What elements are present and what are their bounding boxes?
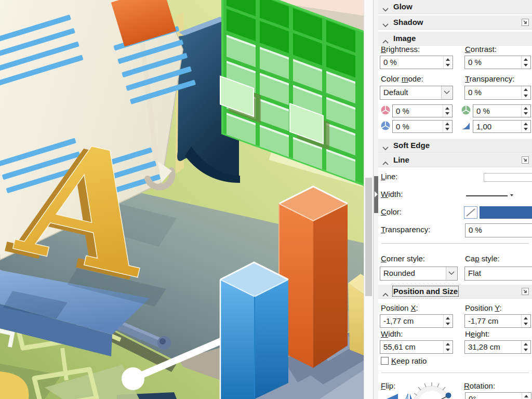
section-soft-edge[interactable]: Soft Edge (378, 139, 532, 153)
corner-style-label: Corner style: (381, 254, 425, 263)
drawing-canvas[interactable]: A A (0, 0, 364, 399)
spin-down-icon[interactable] (446, 64, 450, 66)
spin-down-icon[interactable] (446, 323, 450, 325)
rotation-dial[interactable] (410, 382, 468, 399)
spinner-buttons[interactable] (443, 341, 453, 353)
section-position-size[interactable]: Position and Size (378, 285, 532, 299)
line-width-label: Width: (381, 190, 403, 198)
spin-up-icon[interactable] (445, 123, 449, 125)
spin-down-icon[interactable] (524, 64, 528, 66)
brightness-input[interactable]: 0 % (380, 56, 453, 69)
cap-style-select[interactable]: Flat (464, 267, 532, 281)
width-input[interactable]: 55,61 cm (380, 340, 453, 354)
contrast-input[interactable]: 0 % (464, 56, 531, 69)
dropdown-button[interactable] (441, 86, 453, 99)
spinner-buttons[interactable] (521, 121, 530, 132)
image-transparency-input[interactable]: 0 % (464, 86, 531, 100)
more-options-icon[interactable] (522, 156, 529, 164)
section-title: Soft Edge (393, 141, 430, 150)
green-input[interactable]: 0 % (473, 104, 531, 117)
chevron-up-icon (382, 36, 389, 45)
spin-up-icon[interactable] (524, 88, 528, 91)
spinner-buttons[interactable] (443, 105, 452, 117)
width-label: Width: (381, 329, 403, 338)
section-title: Glow (393, 2, 413, 11)
section-line[interactable]: Line (378, 153, 532, 167)
spin-up-icon[interactable] (446, 317, 450, 320)
section-glow[interactable]: Glow (378, 0, 532, 14)
spin-down-icon[interactable] (524, 112, 528, 115)
spin-up-icon[interactable] (446, 343, 450, 345)
spinner-buttons[interactable] (443, 315, 453, 327)
spinner-buttons[interactable] (521, 341, 530, 353)
spin-up-icon[interactable] (524, 123, 528, 125)
rotation-input[interactable]: 0° (465, 392, 531, 399)
position-y-label: Position Y: (465, 303, 502, 312)
section-title: Position and Size (393, 287, 458, 296)
line-color-picker-icon[interactable] (464, 206, 477, 219)
section-image[interactable]: Image (378, 32, 532, 46)
spin-down-icon[interactable] (524, 349, 528, 351)
more-options-icon[interactable] (522, 288, 529, 295)
divider (381, 243, 529, 244)
spin-up-icon[interactable] (524, 343, 528, 345)
line-color-swatch[interactable] (480, 206, 532, 219)
brightness-label: Brightness: (381, 45, 420, 54)
position-x-input[interactable]: -1,77 cm (380, 314, 453, 328)
more-options-icon[interactable] (522, 19, 529, 26)
divider (381, 373, 529, 373)
gamma-icon (461, 121, 471, 130)
spinner-buttons[interactable] (521, 56, 530, 69)
spinner-buttons[interactable] (521, 86, 530, 99)
vertical-scrollbar[interactable] (364, 0, 374, 399)
collapse-arrow-icon (375, 191, 378, 197)
keep-ratio-checkbox[interactable] (381, 357, 389, 365)
line-transparency-input[interactable]: 0 % (465, 223, 532, 237)
position-x-label: Position X: (381, 303, 418, 312)
gamma-input[interactable]: 1,00 (473, 120, 531, 133)
spinner-buttons[interactable] (443, 56, 453, 69)
position-y-input[interactable]: -1,77 cm (464, 314, 531, 328)
spin-down-icon[interactable] (445, 112, 449, 115)
chevron-up-icon (382, 289, 389, 298)
dial-handle[interactable] (446, 393, 451, 398)
spin-down-icon[interactable] (524, 128, 528, 130)
rotation-label: Rotation: (464, 381, 495, 390)
spin-up-icon[interactable] (524, 107, 528, 110)
green-channel-icon (461, 105, 471, 115)
blue-input[interactable]: 0 % (392, 120, 453, 133)
spin-down-icon[interactable] (524, 323, 528, 325)
splitter-grip[interactable] (374, 176, 378, 213)
chevron-down-icon (382, 5, 389, 14)
blue-channel-icon (381, 121, 390, 130)
section-shadow[interactable]: Shadow (378, 16, 532, 30)
bar-yellow (348, 274, 364, 355)
height-input[interactable]: 31,28 cm (464, 340, 531, 354)
spin-down-icon[interactable] (446, 349, 450, 351)
spin-down-icon[interactable] (524, 95, 528, 97)
red-input[interactable]: 0 % (392, 104, 453, 117)
spinner-buttons[interactable] (521, 105, 530, 117)
spin-up-icon[interactable] (446, 58, 450, 61)
color-mode-select[interactable]: Default (380, 86, 453, 100)
bar-blue (220, 262, 288, 399)
section-title: Shadow (393, 18, 423, 26)
line-style-label: Line: (381, 172, 398, 181)
section-title: Image (393, 34, 416, 43)
spin-up-icon[interactable] (524, 395, 528, 397)
spin-up-icon[interactable] (524, 58, 528, 61)
corner-style-select[interactable]: Rounded (380, 267, 458, 281)
spinner-buttons[interactable] (522, 393, 531, 399)
spin-down-icon[interactable] (445, 128, 449, 130)
spin-up-icon[interactable] (524, 317, 528, 320)
dropdown-button[interactable] (446, 267, 457, 280)
flip-vertically-icon[interactable] (385, 393, 399, 399)
spin-up-icon[interactable] (445, 107, 449, 110)
line-style-select[interactable] (484, 173, 532, 182)
height-label: Height: (465, 329, 490, 338)
line-width-select[interactable] (464, 192, 532, 200)
spinner-buttons[interactable] (521, 315, 530, 327)
chevron-down-icon (448, 271, 455, 275)
scrollbar-thumb[interactable] (365, 178, 372, 296)
spinner-buttons[interactable] (443, 121, 452, 132)
